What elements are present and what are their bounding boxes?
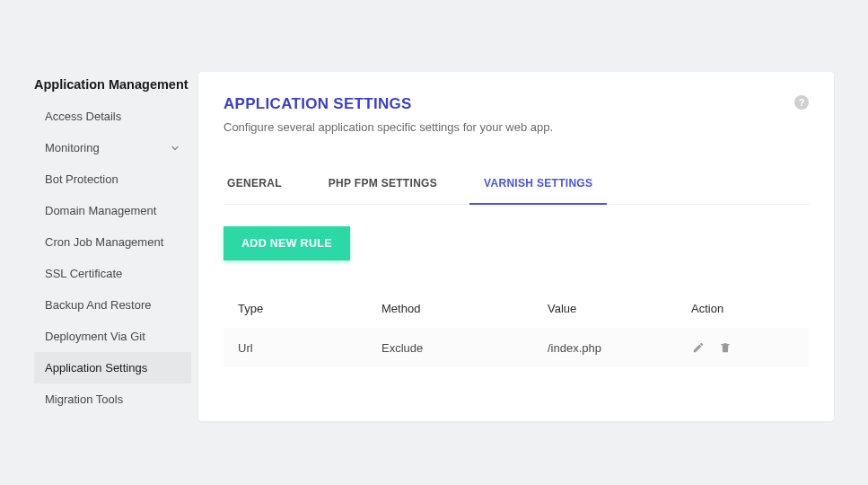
delete-icon[interactable] bbox=[718, 340, 732, 355]
sidebar-item-label: Backup And Restore bbox=[45, 298, 152, 312]
tab-varnish-settings[interactable]: VARNISH SETTINGS bbox=[480, 166, 596, 204]
sidebar-items: Access DetailsMonitoringBot ProtectionDo… bbox=[34, 101, 191, 415]
table-header-row: Type Method Value Action bbox=[224, 289, 809, 328]
cell-action bbox=[691, 340, 794, 355]
rules-table: Type Method Value Action UrlExclude/inde… bbox=[224, 289, 809, 367]
sidebar-item-label: Cron Job Management bbox=[45, 235, 163, 249]
sidebar-item-backup-and-restore[interactable]: Backup And Restore bbox=[34, 289, 191, 321]
sidebar-item-monitoring[interactable]: Monitoring bbox=[34, 132, 191, 163]
sidebar-item-label: Domain Management bbox=[45, 204, 156, 217]
add-new-rule-button[interactable]: ADD NEW RULE bbox=[224, 226, 350, 260]
sidebar-item-domain-management[interactable]: Domain Management bbox=[34, 195, 191, 226]
sidebar-item-label: Application Settings bbox=[45, 361, 147, 375]
sidebar-item-label: Migration Tools bbox=[45, 392, 123, 406]
sidebar-item-cron-job-management[interactable]: Cron Job Management bbox=[34, 226, 191, 258]
main-panel: APPLICATION SETTINGS Configure several a… bbox=[198, 72, 834, 421]
sidebar: Application Management Access DetailsMon… bbox=[34, 72, 191, 421]
main-header: APPLICATION SETTINGS Configure several a… bbox=[224, 95, 809, 134]
table-body: UrlExclude/index.php bbox=[224, 328, 809, 367]
sidebar-item-deployment-via-git[interactable]: Deployment Via Git bbox=[34, 321, 191, 352]
sidebar-item-bot-protection[interactable]: Bot Protection bbox=[34, 163, 191, 195]
cell-type: Url bbox=[238, 341, 381, 355]
column-header-action: Action bbox=[691, 302, 794, 315]
main-header-text: APPLICATION SETTINGS Configure several a… bbox=[224, 95, 553, 134]
page-title: APPLICATION SETTINGS bbox=[224, 95, 553, 113]
help-icon[interactable]: ? bbox=[794, 95, 809, 110]
sidebar-title: Application Management bbox=[34, 72, 191, 101]
cell-value: /index.php bbox=[548, 341, 691, 355]
column-header-method: Method bbox=[381, 302, 548, 315]
sidebar-item-access-details[interactable]: Access Details bbox=[34, 101, 191, 132]
tabs: GENERALPHP FPM SETTINGSVARNISH SETTINGS bbox=[224, 166, 809, 205]
sidebar-item-application-settings[interactable]: Application Settings bbox=[34, 352, 191, 384]
sidebar-item-label: Monitoring bbox=[45, 141, 100, 154]
sidebar-item-label: SSL Certificate bbox=[45, 267, 122, 280]
table-row: UrlExclude/index.php bbox=[224, 328, 809, 367]
tab-php-fpm-settings[interactable]: PHP FPM SETTINGS bbox=[325, 166, 441, 204]
chevron-down-icon bbox=[170, 143, 180, 154]
column-header-type: Type bbox=[238, 302, 381, 315]
tab-general[interactable]: GENERAL bbox=[224, 166, 285, 204]
edit-icon[interactable] bbox=[691, 340, 706, 355]
sidebar-item-label: Access Details bbox=[45, 110, 121, 123]
column-header-value: Value bbox=[548, 302, 691, 315]
sidebar-item-migration-tools[interactable]: Migration Tools bbox=[34, 384, 191, 415]
page-subtitle: Configure several application specific s… bbox=[224, 120, 553, 134]
sidebar-item-label: Deployment Via Git bbox=[45, 330, 145, 343]
sidebar-item-label: Bot Protection bbox=[45, 172, 118, 186]
sidebar-item-ssl-certificate[interactable]: SSL Certificate bbox=[34, 258, 191, 289]
cell-method: Exclude bbox=[381, 341, 548, 355]
